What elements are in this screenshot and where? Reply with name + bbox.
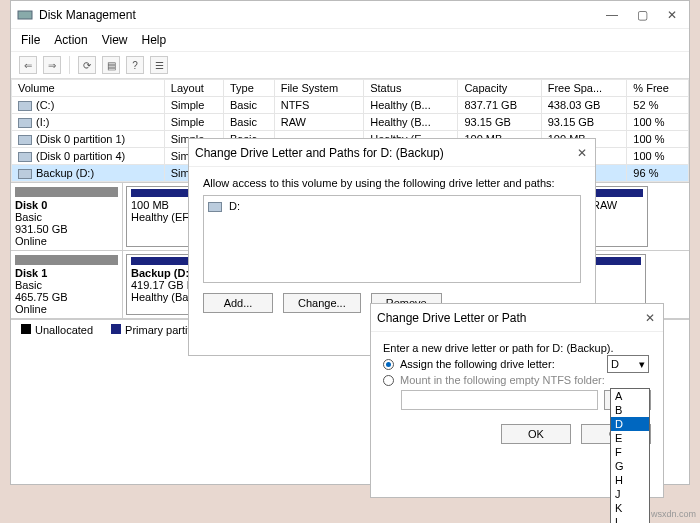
letter-option[interactable]: E <box>611 431 649 445</box>
menu-help[interactable]: Help <box>142 33 167 47</box>
menu-view[interactable]: View <box>102 33 128 47</box>
column-header[interactable]: Layout <box>164 80 223 97</box>
volume-row[interactable]: (I:)SimpleBasicRAWHealthy (B...93.15 GB9… <box>12 114 689 131</box>
dialog2-close-button[interactable] <box>643 311 657 325</box>
mount-folder-radio[interactable] <box>383 375 394 386</box>
maximize-button[interactable]: ▢ <box>635 8 649 22</box>
letter-option[interactable]: K <box>611 501 649 515</box>
menu-action[interactable]: Action <box>54 33 87 47</box>
assign-letter-radio[interactable] <box>383 359 394 370</box>
toolbar-props-icon[interactable]: ▤ <box>102 56 120 74</box>
column-header[interactable]: Status <box>364 80 458 97</box>
menu-file[interactable]: File <box>21 33 40 47</box>
assign-letter-label: Assign the following drive letter: <box>400 358 555 370</box>
disk-label[interactable]: Disk 0Basic931.50 GBOnline <box>11 183 123 250</box>
drive-letter-dropdown[interactable]: ABDEFGHJKL <box>610 388 650 523</box>
legend-unallocated: Unallocated <box>35 324 93 336</box>
dialog1-title: Change Drive Letter and Paths for D: (Ba… <box>195 146 575 160</box>
add-button[interactable]: Add... <box>203 293 273 313</box>
column-header[interactable]: Free Spa... <box>541 80 627 97</box>
mount-folder-label: Mount in the following empty NTFS folder… <box>400 374 605 386</box>
disk-label[interactable]: Disk 1Basic465.75 GBOnline <box>11 251 123 318</box>
letter-option[interactable]: H <box>611 473 649 487</box>
mount-path-input[interactable] <box>401 390 598 410</box>
letter-option[interactable]: D <box>611 417 649 431</box>
dialog1-close-button[interactable] <box>575 146 589 160</box>
app-icon <box>17 7 33 23</box>
path-entry[interactable]: D: <box>229 200 240 212</box>
letter-option[interactable]: B <box>611 403 649 417</box>
toolbar-refresh-icon[interactable]: ⟳ <box>78 56 96 74</box>
letter-option[interactable]: F <box>611 445 649 459</box>
column-header[interactable]: % Free <box>627 80 689 97</box>
svg-rect-0 <box>18 11 32 19</box>
toolbar-back-icon[interactable]: ⇐ <box>19 56 37 74</box>
volume-row[interactable]: (C:)SimpleBasicNTFSHealthy (B...837.71 G… <box>12 97 689 114</box>
toolbar-fwd-icon[interactable]: ⇒ <box>43 56 61 74</box>
paths-listbox[interactable]: D: <box>203 195 581 283</box>
toolbar: ⇐ ⇒ ⟳ ▤ ? ☰ <box>11 52 689 79</box>
dialog2-title: Change Drive Letter or Path <box>377 311 643 325</box>
source-watermark: wsxdn.com <box>651 509 696 519</box>
letter-option[interactable]: L <box>611 515 649 523</box>
dialog1-instruction: Allow access to this volume by using the… <box>203 177 581 189</box>
titlebar: Disk Management — ▢ <box>11 1 689 29</box>
column-header[interactable]: Volume <box>12 80 165 97</box>
dialog2-instruction: Enter a new drive letter or path for D: … <box>383 342 651 354</box>
toolbar-list-icon[interactable]: ☰ <box>150 56 168 74</box>
close-button[interactable] <box>665 8 679 22</box>
letter-option[interactable]: A <box>611 389 649 403</box>
letter-option[interactable]: J <box>611 487 649 501</box>
toolbar-help-icon[interactable]: ? <box>126 56 144 74</box>
chevron-down-icon: ▾ <box>639 358 645 371</box>
window-title: Disk Management <box>39 8 605 22</box>
drive-letter-combo[interactable]: D ▾ <box>607 355 649 373</box>
column-header[interactable]: File System <box>274 80 364 97</box>
menubar: File Action View Help <box>11 29 689 52</box>
change-button[interactable]: Change... <box>283 293 361 313</box>
letter-option[interactable]: G <box>611 459 649 473</box>
column-header[interactable]: Capacity <box>458 80 541 97</box>
drive-icon <box>208 202 222 212</box>
minimize-button[interactable]: — <box>605 8 619 22</box>
column-header[interactable]: Type <box>224 80 275 97</box>
ok-button[interactable]: OK <box>501 424 571 444</box>
